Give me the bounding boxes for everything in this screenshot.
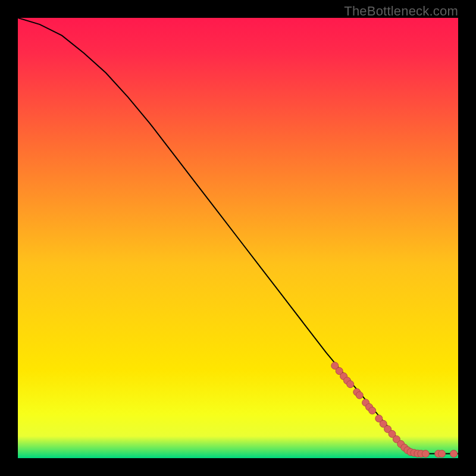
data-marker [450, 450, 458, 458]
chart-svg [18, 18, 458, 458]
data-marker [422, 450, 429, 458]
chart-container: TheBottleneck.com [0, 0, 476, 476]
plot-area [18, 18, 458, 458]
data-marker [347, 381, 354, 388]
data-marker [356, 392, 363, 399]
data-marker [369, 407, 376, 414]
watermark-text: TheBottleneck.com [344, 4, 458, 19]
data-marker [439, 450, 446, 458]
